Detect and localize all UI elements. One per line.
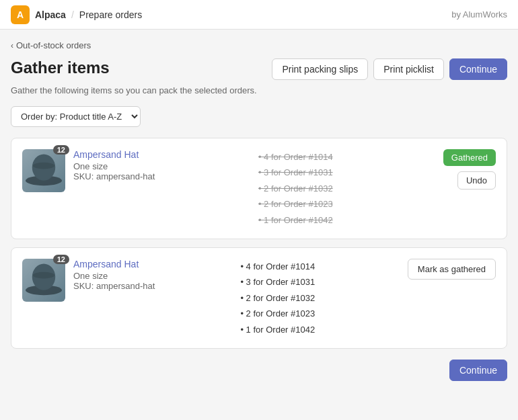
topnav-by: by AlumWorks bbox=[451, 9, 507, 19]
item-image-wrap-1: 12 bbox=[22, 149, 65, 192]
item-count-badge-2: 12 bbox=[53, 255, 69, 264]
order-line: • 1 for Order #1042 bbox=[258, 212, 435, 228]
print-picklist-button[interactable]: Print picklist bbox=[373, 58, 444, 80]
order-line: • 4 for Order #1014 bbox=[240, 259, 399, 274]
topnav-separator: / bbox=[71, 9, 74, 20]
hat-svg-1 bbox=[22, 149, 65, 192]
item-card-1: 12 Ampersand Hat One size SKU: ampersand… bbox=[11, 138, 507, 239]
main-content: ‹ Out-of-stock orders Gather items Print… bbox=[0, 30, 518, 392]
page-subtitle: Gather the following items so you can pa… bbox=[11, 85, 507, 95]
app-brand: Alpaca bbox=[35, 9, 66, 20]
item-size-2: One size bbox=[73, 271, 232, 281]
footer-actions: Continue bbox=[11, 360, 507, 381]
item-image-wrap-2: 12 bbox=[22, 259, 65, 302]
topnav-page-title: Prepare orders bbox=[79, 9, 142, 20]
item-count-badge-1: 12 bbox=[53, 145, 69, 155]
item-orders-2: • 4 for Order #1014 • 3 for Order #1031 … bbox=[240, 259, 399, 337]
topnav-brand-section: A Alpaca / Prepare orders bbox=[11, 5, 142, 24]
breadcrumb[interactable]: ‹ Out-of-stock orders bbox=[11, 40, 507, 50]
order-line: • 2 for Order #1023 bbox=[240, 306, 399, 321]
sort-row: Order by: Product title A-Z Order by: Pr… bbox=[11, 106, 507, 127]
item-image-1 bbox=[22, 149, 65, 192]
order-line: • 3 for Order #1031 bbox=[258, 165, 435, 180]
item-actions-1: Gathered Undo bbox=[443, 149, 496, 190]
sort-select[interactable]: Order by: Product title A-Z Order by: Pr… bbox=[11, 106, 141, 127]
mark-as-gathered-button-2[interactable]: Mark as gathered bbox=[408, 259, 496, 280]
item-card-2: 12 Ampersand Hat One size SKU: ampersand… bbox=[11, 247, 507, 349]
item-name-2[interactable]: Ampersand Hat bbox=[73, 259, 139, 269]
continue-button-bottom[interactable]: Continue bbox=[449, 360, 507, 381]
hat-svg-2 bbox=[22, 259, 65, 302]
breadcrumb-label: Out-of-stock orders bbox=[16, 40, 91, 50]
item-image-2 bbox=[22, 259, 65, 302]
order-line: • 2 for Order #1023 bbox=[258, 196, 435, 212]
order-line: • 2 for Order #1032 bbox=[258, 181, 435, 196]
breadcrumb-arrow-icon: ‹ bbox=[11, 41, 13, 50]
header-actions: Print packing slips Print picklist Conti… bbox=[272, 58, 507, 80]
item-sku-1: SKU: ampersand-hat bbox=[73, 171, 250, 181]
topnav: A Alpaca / Prepare orders by AlumWorks bbox=[0, 0, 518, 30]
page-title: Gather items bbox=[11, 58, 110, 77]
item-info-2: Ampersand Hat One size SKU: ampersand-ha… bbox=[73, 259, 232, 291]
item-info-1: Ampersand Hat One size SKU: ampersand-ha… bbox=[73, 149, 250, 181]
order-line: • 3 for Order #1031 bbox=[240, 274, 399, 290]
item-actions-2: Mark as gathered bbox=[408, 259, 496, 280]
undo-button-1[interactable]: Undo bbox=[457, 171, 496, 190]
order-line: • 1 for Order #1042 bbox=[240, 322, 399, 337]
app-logo: A bbox=[11, 5, 30, 24]
gathered-badge-1: Gathered bbox=[443, 149, 496, 166]
item-sku-2: SKU: ampersand-hat bbox=[73, 281, 232, 291]
item-name-1[interactable]: Ampersand Hat bbox=[73, 149, 139, 160]
page-header: Gather items Print packing slips Print p… bbox=[11, 58, 507, 80]
item-size-1: One size bbox=[73, 161, 250, 171]
item-orders-1: • 4 for Order #1014 • 3 for Order #1031 … bbox=[258, 149, 435, 228]
svg-point-5 bbox=[33, 272, 54, 279]
svg-point-2 bbox=[33, 163, 54, 169]
order-line: • 2 for Order #1032 bbox=[240, 290, 399, 306]
print-packing-slips-button[interactable]: Print packing slips bbox=[272, 58, 368, 80]
continue-button-top[interactable]: Continue bbox=[449, 58, 507, 80]
order-line: • 4 for Order #1014 bbox=[258, 149, 435, 165]
